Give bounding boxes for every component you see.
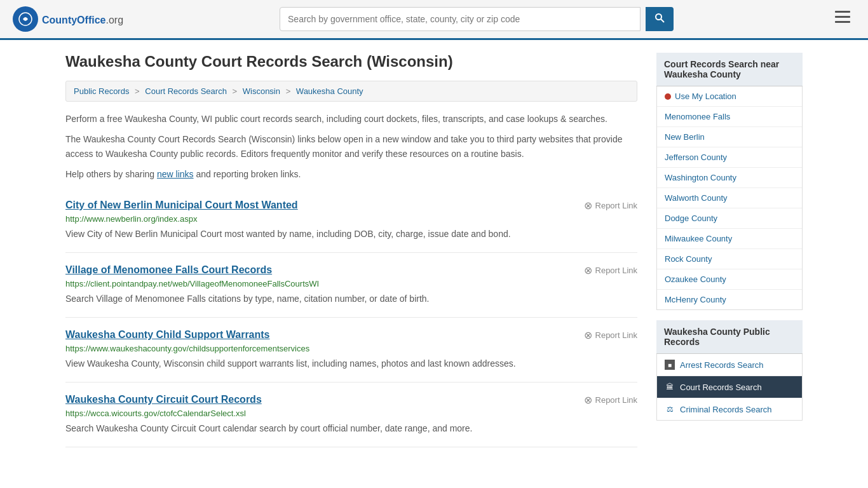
header: CountyOffice.org — [0, 0, 868, 40]
nearby-link-0[interactable]: Menomonee Falls — [657, 107, 802, 126]
public-record-item[interactable]: 🏛 Court Records Search — [657, 376, 802, 398]
result-item: Waukesha County Child Support Warrants ⊗… — [65, 318, 637, 383]
record-icon-0: ■ — [665, 360, 675, 370]
public-record-label-1: Court Records Search — [680, 383, 762, 392]
breadcrumb: Public Records > Court Records Search > … — [65, 81, 637, 102]
result-desc-3: Search Waukesha County Circuit Court cal… — [65, 422, 637, 435]
nearby-links-list: Use My Location Menomonee FallsNew Berli… — [656, 86, 803, 310]
logo-icon — [13, 6, 38, 32]
public-record-item[interactable]: ■ Arrest Records Search — [657, 354, 802, 376]
nearby-link-9[interactable]: McHenry County — [657, 290, 802, 309]
public-record-label-2: Criminal Records Search — [680, 405, 772, 414]
public-record-item[interactable]: ⚖ Criminal Records Search — [657, 398, 802, 420]
result-url-2[interactable]: https://www.waukeshacounty.gov/childsupp… — [65, 344, 637, 353]
result-url-1[interactable]: https://client.pointandpay.net/web/Villa… — [65, 279, 637, 288]
result-title-1[interactable]: Village of Menomonee Falls Court Records — [65, 264, 272, 276]
nearby-link-2[interactable]: Jefferson County — [657, 147, 802, 167]
breadcrumb-court-records[interactable]: Court Records Search — [145, 86, 227, 96]
svg-line-2 — [661, 19, 664, 22]
search-button[interactable] — [646, 7, 674, 31]
nearby-link-8[interactable]: Ozaukee County — [657, 269, 802, 289]
new-links-link[interactable]: new links — [157, 169, 194, 179]
result-item: Village of Menomonee Falls Court Records… — [65, 253, 637, 318]
description-para3: Help others by sharing new links and rep… — [65, 167, 637, 181]
result-url-0[interactable]: http://www.newberlin.org/index.aspx — [65, 214, 637, 224]
result-header: Village of Menomonee Falls Court Records… — [65, 264, 637, 276]
sidebar-nearby-section: Court Records Search near Waukesha Count… — [656, 53, 803, 310]
svg-point-1 — [656, 14, 661, 20]
nearby-link-item[interactable]: Menomonee Falls — [657, 107, 802, 127]
nearby-link-item[interactable]: McHenry County — [657, 290, 802, 309]
nearby-link-item[interactable]: Ozaukee County — [657, 269, 802, 290]
result-item: Waukesha County Circuit Court Records ⊗ … — [65, 383, 637, 447]
result-desc-2: View Waukesha County, Wisconsin child su… — [65, 357, 637, 370]
public-records-list: ■ Arrest Records Search 🏛 Court Records … — [656, 354, 803, 421]
report-icon-2: ⊗ — [584, 329, 592, 341]
main-container: Waukesha County Court Records Search (Wi… — [53, 40, 815, 460]
svg-rect-4 — [835, 16, 850, 18]
report-link-3[interactable]: ⊗ Report Link — [584, 394, 637, 406]
result-desc-1: Search Village of Menomonee Falls citati… — [65, 292, 637, 306]
location-dot-icon — [665, 93, 671, 100]
breadcrumb-waukesha-county[interactable]: Waukesha County — [296, 86, 363, 96]
description-para2: The Waukesha County Court Records Search… — [65, 132, 637, 161]
logo-text: CountyOffice.org — [42, 12, 123, 27]
logo-area: CountyOffice.org — [13, 6, 123, 32]
nearby-link-item[interactable]: Rock County — [657, 249, 802, 269]
nearby-link-5[interactable]: Dodge County — [657, 208, 802, 228]
sidebar-nearby-header: Court Records Search near Waukesha Count… — [656, 53, 803, 86]
result-title-3[interactable]: Waukesha County Circuit Court Records — [65, 394, 262, 405]
page-title: Waukesha County Court Records Search (Wi… — [65, 53, 637, 71]
nearby-link-item[interactable]: Milwaukee County — [657, 229, 802, 249]
public-record-link-2[interactable]: ⚖ Criminal Records Search — [657, 398, 802, 420]
nearby-link-item[interactable]: Dodge County — [657, 208, 802, 229]
nearby-link-1[interactable]: New Berlin — [657, 127, 802, 147]
result-header: Waukesha County Child Support Warrants ⊗… — [65, 329, 637, 341]
public-record-link-0[interactable]: ■ Arrest Records Search — [657, 354, 802, 376]
result-header: Waukesha County Circuit Court Records ⊗ … — [65, 394, 637, 406]
record-icon-2: ⚖ — [665, 404, 675, 414]
nearby-link-item[interactable]: Jefferson County — [657, 147, 802, 168]
result-desc-0: View City of New Berlin Municipal Court … — [65, 227, 637, 241]
report-icon-1: ⊗ — [584, 264, 592, 276]
result-header: City of New Berlin Municipal Court Most … — [65, 200, 637, 212]
search-area — [280, 7, 674, 31]
record-icon-1: 🏛 — [665, 382, 675, 392]
search-input[interactable] — [280, 7, 641, 31]
report-icon-0: ⊗ — [584, 200, 592, 212]
nearby-link-3[interactable]: Washington County — [657, 168, 802, 187]
result-title-0[interactable]: City of New Berlin Municipal Court Most … — [65, 200, 298, 211]
description-para1: Perform a free Waukesha County, WI publi… — [65, 112, 637, 126]
nearby-link-7[interactable]: Rock County — [657, 249, 802, 269]
sidebar: Court Records Search near Waukesha Count… — [656, 53, 803, 447]
report-link-0[interactable]: ⊗ Report Link — [584, 200, 637, 212]
nearby-link-item[interactable]: New Berlin — [657, 127, 802, 147]
nearby-link-4[interactable]: Walworth County — [657, 188, 802, 208]
result-url-3[interactable]: https://wcca.wicourts.gov/ctofcCalendarS… — [65, 409, 637, 418]
nearby-link-6[interactable]: Milwaukee County — [657, 229, 802, 248]
public-record-label-0: Arrest Records Search — [680, 360, 764, 370]
use-location-link[interactable]: Use My Location — [657, 86, 802, 106]
sidebar-public-records-header: Waukesha County Public Records — [656, 320, 803, 354]
report-link-2[interactable]: ⊗ Report Link — [584, 329, 637, 341]
content-area: Waukesha County Court Records Search (Wi… — [65, 53, 637, 447]
nearby-link-item[interactable]: Walworth County — [657, 188, 802, 208]
report-link-1[interactable]: ⊗ Report Link — [584, 264, 637, 276]
breadcrumb-public-records[interactable]: Public Records — [74, 86, 129, 96]
menu-button[interactable] — [830, 8, 855, 30]
report-icon-3: ⊗ — [584, 394, 592, 406]
result-item: City of New Berlin Municipal Court Most … — [65, 188, 637, 253]
svg-rect-5 — [835, 21, 850, 23]
nearby-link-item[interactable]: Washington County — [657, 168, 802, 188]
breadcrumb-wisconsin[interactable]: Wisconsin — [243, 86, 280, 96]
results-container: City of New Berlin Municipal Court Most … — [65, 188, 637, 447]
public-record-link-1[interactable]: 🏛 Court Records Search — [657, 376, 802, 398]
svg-rect-3 — [835, 11, 850, 13]
result-title-2[interactable]: Waukesha County Child Support Warrants — [65, 329, 270, 341]
sidebar-public-records-section: Waukesha County Public Records ■ Arrest … — [656, 320, 803, 421]
use-location-item[interactable]: Use My Location — [657, 86, 802, 107]
